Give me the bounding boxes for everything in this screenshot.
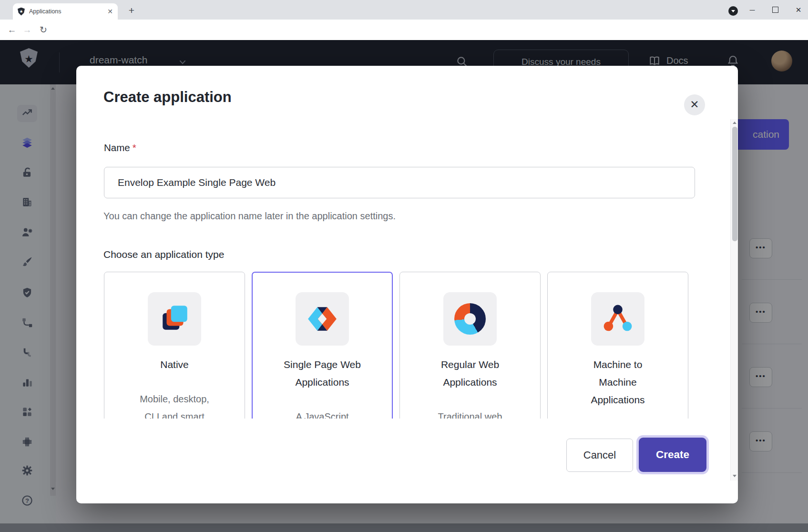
back-button[interactable]: ← — [6, 24, 18, 36]
create-application-modal: Create application ✕ Name* You can chang… — [76, 66, 738, 503]
forward-button: → — [21, 24, 33, 36]
spa-icon — [296, 292, 349, 346]
browser-toolbar: ← → ↻ manage.auth0.com/dashboard/eu/drea… — [0, 20, 808, 40]
reload-button[interactable]: ↻ — [37, 24, 50, 36]
application-name-input[interactable] — [104, 167, 695, 198]
application-type-label: Choose an application type — [103, 249, 224, 260]
auth0-favicon-icon: ★ — [18, 8, 25, 16]
required-asterisk: * — [133, 142, 136, 153]
card-single-page-web[interactable]: Single Page Web Applications A JavaScrip… — [252, 272, 393, 419]
screen: { "browser": { "tab_title": "Application… — [0, 0, 808, 532]
native-icon — [148, 292, 201, 346]
name-helper-text: You can change the application name late… — [103, 211, 396, 222]
cancel-button[interactable]: Cancel — [566, 439, 633, 472]
tab-close-icon[interactable]: ✕ — [107, 8, 113, 15]
modal-title: Create application — [103, 89, 232, 106]
modal-scrollbar[interactable] — [730, 119, 738, 481]
browser-tab[interactable]: ★ Applications ✕ — [13, 3, 118, 20]
create-button[interactable]: Create — [639, 438, 706, 472]
window-maximize-button[interactable] — [772, 7, 778, 13]
modal-close-button[interactable]: ✕ — [684, 94, 705, 115]
card-regular-web[interactable]: Regular Web Applications Traditional web — [399, 272, 541, 419]
window-titlebar: ★ Applications ✕ + ─ ✕ — [0, 0, 808, 20]
modal-scroll-thumb[interactable] — [732, 127, 737, 241]
window-minimize-button[interactable]: ─ — [745, 4, 759, 16]
name-label: Name* — [104, 142, 136, 153]
browser-update-icon[interactable] — [728, 6, 738, 16]
modal-scroll-down-icon[interactable] — [733, 475, 736, 477]
application-type-cards: Native Mobile, desktop, CLI and smart — [104, 272, 688, 419]
regular-web-icon — [443, 292, 497, 346]
m2m-icon — [591, 292, 644, 346]
new-tab-button[interactable]: + — [125, 4, 138, 18]
card-machine-to-machine[interactable]: Machine to Machine Applications — [547, 272, 688, 419]
modal-scroll-up-icon[interactable] — [733, 122, 736, 124]
modal-scroll-area: Name* You can change the application nam… — [76, 119, 730, 419]
window-close-button[interactable]: ✕ — [791, 4, 806, 16]
tab-title: Applications — [29, 8, 107, 15]
card-native[interactable]: Native Mobile, desktop, CLI and smart — [104, 272, 245, 419]
